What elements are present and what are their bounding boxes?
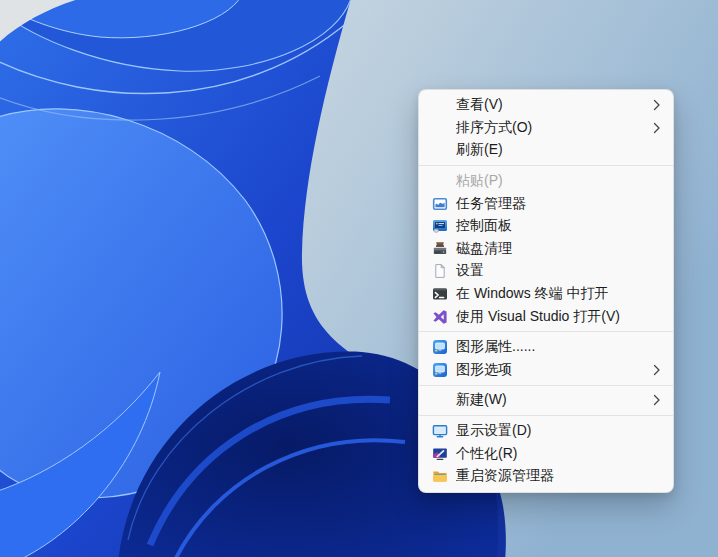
menu-item-view[interactable]: 查看(V) (419, 94, 673, 117)
menu-item-control-panel[interactable]: 控制面板 (419, 215, 673, 238)
menu-item-label: 使用 Visual Studio 打开(V) (456, 308, 620, 326)
menu-item-open-in-windows-terminal[interactable]: 在 Windows 终端 中打开 (419, 283, 673, 306)
intel-graphics-icon (432, 362, 448, 378)
menu-item-graphics-options[interactable]: 图形选项 (419, 359, 673, 382)
menu-item-label: 显示设置(D) (456, 422, 531, 440)
menu-item-restart-explorer[interactable]: 重启资源管理器 (419, 465, 673, 488)
menu-item-settings[interactable]: 设置 (419, 260, 673, 283)
desktop-context-menu: 查看(V) 排序方式(O) 刷新(E) 粘贴(P) 任务管理器 (418, 89, 674, 493)
menu-separator (419, 385, 673, 386)
chevron-right-icon (645, 99, 661, 111)
menu-item-disk-cleanup[interactable]: 磁盘清理 (419, 238, 673, 261)
menu-item-open-with-visual-studio[interactable]: 使用 Visual Studio 打开(V) (419, 305, 673, 328)
personalization-icon (432, 446, 448, 462)
display-settings-icon (432, 423, 448, 439)
menu-separator (419, 415, 673, 416)
menu-item-label: 图形选项 (456, 361, 512, 379)
chevron-right-icon (645, 364, 661, 376)
menu-item-label: 粘贴(P) (456, 172, 503, 190)
menu-item-label: 磁盘清理 (456, 240, 512, 258)
menu-item-label: 控制面板 (456, 217, 512, 235)
menu-item-display-settings[interactable]: 显示设置(D) (419, 420, 673, 443)
control-panel-icon (432, 218, 448, 234)
task-manager-icon (432, 196, 448, 212)
disk-cleanup-icon (432, 241, 448, 257)
menu-item-graphics-properties[interactable]: 图形属性...... (419, 336, 673, 359)
menu-item-task-manager[interactable]: 任务管理器 (419, 192, 673, 215)
menu-separator (419, 331, 673, 332)
folder-icon (432, 468, 448, 484)
menu-item-label: 设置 (456, 262, 484, 280)
document-icon (432, 263, 448, 279)
menu-item-label: 排序方式(O) (456, 119, 532, 137)
menu-separator (419, 165, 673, 166)
menu-item-label: 新建(W) (456, 391, 507, 409)
menu-item-label: 在 Windows 终端 中打开 (456, 285, 608, 303)
menu-item-new[interactable]: 新建(W) (419, 389, 673, 412)
visual-studio-icon (432, 309, 448, 325)
menu-item-label: 图形属性...... (456, 338, 535, 356)
menu-item-personalize[interactable]: 个性化(R) (419, 442, 673, 465)
intel-graphics-icon (432, 339, 448, 355)
menu-item-label: 刷新(E) (456, 141, 503, 159)
menu-item-label: 重启资源管理器 (456, 467, 554, 485)
chevron-right-icon (645, 394, 661, 406)
windows-terminal-icon (432, 286, 448, 302)
menu-item-label: 查看(V) (456, 96, 503, 114)
menu-item-label: 个性化(R) (456, 445, 517, 463)
menu-item-refresh[interactable]: 刷新(E) (419, 139, 673, 162)
chevron-right-icon (645, 122, 661, 134)
menu-item-paste: 粘贴(P) (419, 170, 673, 193)
menu-item-label: 任务管理器 (456, 195, 526, 213)
menu-item-sort-by[interactable]: 排序方式(O) (419, 117, 673, 140)
